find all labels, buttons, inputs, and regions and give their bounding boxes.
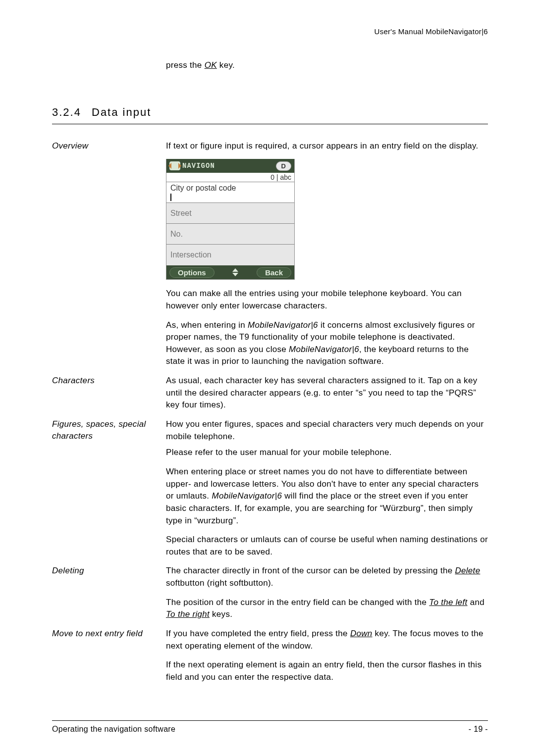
intro-pre: press the xyxy=(166,60,205,70)
brand-text: NAVIGON xyxy=(182,162,215,170)
arrow-down-icon xyxy=(232,273,238,276)
deleting-p2a: The position of the cursor in the entry … xyxy=(166,598,429,607)
footer-left: Operating the navigation software xyxy=(52,725,175,734)
nav-pad-icon[interactable] xyxy=(229,267,242,278)
move-next-p1a: If you have completed the entry field, p… xyxy=(166,629,350,638)
field-city-label: City or postal code xyxy=(170,184,290,193)
status-badge: D xyxy=(276,161,291,171)
field-no[interactable]: No. xyxy=(166,224,294,245)
figures-p3: When entering place or street names you … xyxy=(166,466,488,527)
device-brand: NAVIGON xyxy=(169,161,215,170)
deleting-p2mid: and xyxy=(468,598,484,607)
label-move-next: Move to next entry field xyxy=(52,628,166,640)
arrow-up-icon xyxy=(232,268,238,272)
overview-p1: If text or figure input is required, a c… xyxy=(166,140,488,152)
ok-key: OK xyxy=(205,60,217,70)
field-no-label: No. xyxy=(170,230,290,239)
field-street-label: Street xyxy=(170,209,290,218)
overview-p2: You can make all the entries using your … xyxy=(166,288,488,312)
intro-line: press the OK key. xyxy=(166,59,488,72)
move-next-p1: If you have completed the entry field, p… xyxy=(166,628,488,652)
deleting-p1b: softbutton (right softbutton). xyxy=(166,578,273,588)
down-key: Down xyxy=(350,629,373,638)
move-next-p2: If the next operating element is again a… xyxy=(166,659,488,683)
overview-p3-em1: MobileNavigator|6 xyxy=(248,320,318,330)
field-city[interactable]: City or postal code xyxy=(166,182,294,203)
overview-p3: As, when entering in MobileNavigator|6 i… xyxy=(166,319,488,368)
overview-p3-em2: MobileNavigator|6 xyxy=(289,345,359,354)
page-footer: Operating the navigation software - 19 - xyxy=(52,720,488,734)
label-figures: Figures, spaces, special characters xyxy=(52,418,166,442)
softkey-back[interactable]: Back xyxy=(257,267,291,278)
overview-p3a: As, when entering in xyxy=(166,320,248,330)
section-title: Data input xyxy=(92,106,151,119)
intro-post: key. xyxy=(217,60,235,70)
deleting-p2: The position of the cursor in the entry … xyxy=(166,597,488,621)
figures-p3-em: MobileNavigator|6 xyxy=(212,491,282,501)
brand-icon xyxy=(169,161,180,170)
figures-p4: Special characters or umlauts can of cou… xyxy=(166,534,488,558)
delete-key: Delete xyxy=(455,566,480,575)
section-heading: 3.2.4 Data input xyxy=(52,106,488,124)
device-topbar: NAVIGON D xyxy=(166,159,294,173)
field-street[interactable]: Street xyxy=(166,203,294,224)
to-the-left-key: To the left xyxy=(429,598,467,607)
softkey-options[interactable]: Options xyxy=(169,267,214,278)
deleting-p1: The character directly in front of the c… xyxy=(166,565,488,589)
field-intersection-label: Intersection xyxy=(170,251,290,259)
device-bottombar: Options Back xyxy=(166,265,294,279)
page-header: User's Manual MobileNavigator|6 xyxy=(52,27,488,36)
to-the-right-key: To the right xyxy=(166,609,210,619)
label-characters: Characters xyxy=(52,375,166,387)
figures-p2: Please refer to the user manual for your… xyxy=(166,447,488,459)
characters-p1: As usual, each character key has several… xyxy=(166,375,488,411)
label-overview: Overview xyxy=(52,140,166,152)
section-number: 3.2.4 xyxy=(52,106,92,119)
text-cursor xyxy=(170,194,171,201)
input-mode-bar: 0 | abc xyxy=(166,173,294,182)
footer-page-number: - 19 - xyxy=(469,725,488,734)
figures-p1: How you enter figures, spaces and specia… xyxy=(166,418,488,443)
deleting-p1a: The character directly in front of the c… xyxy=(166,566,455,575)
label-deleting: Deleting xyxy=(52,565,166,577)
field-intersection[interactable]: Intersection xyxy=(166,245,294,265)
device-screenshot: NAVIGON D 0 | abc City or postal code St… xyxy=(166,159,295,280)
deleting-p2b: keys. xyxy=(210,609,232,619)
